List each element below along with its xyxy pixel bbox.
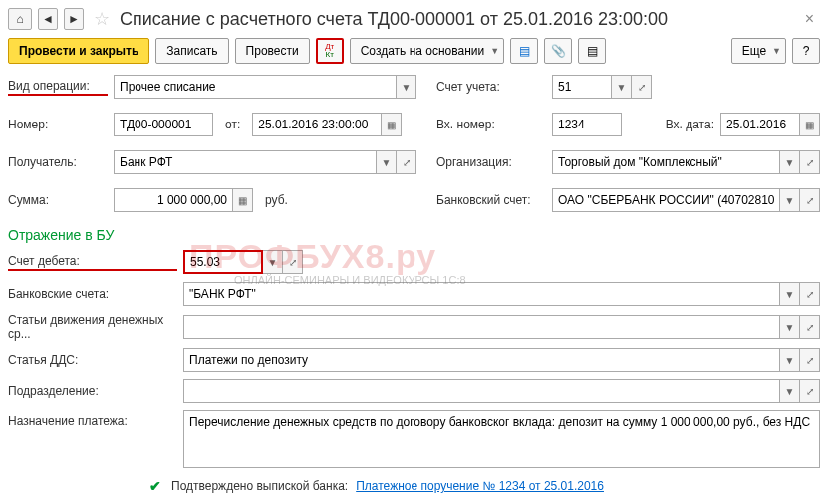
org-label: Организация: bbox=[436, 155, 546, 169]
bu-section-header: Отражение в БУ bbox=[8, 227, 820, 243]
back-button[interactable]: ◄ bbox=[38, 8, 58, 30]
payee-label: Получатель: bbox=[8, 155, 108, 169]
open-button[interactable]: ⤢ bbox=[397, 150, 416, 174]
in-date-label: Вх. дата: bbox=[666, 118, 714, 131]
forward-icon: ► bbox=[68, 12, 80, 26]
payment-order-link[interactable]: Платежное поручение № 1234 от 25.01.2016 bbox=[356, 479, 604, 493]
calc-button[interactable]: ▦ bbox=[233, 188, 253, 212]
dds-input[interactable] bbox=[183, 348, 780, 372]
bank-acc-input[interactable] bbox=[552, 188, 780, 212]
report-icon: ▤ bbox=[519, 44, 530, 58]
list-button[interactable]: ▤ bbox=[578, 38, 606, 64]
dropdown-button[interactable]: ▼ bbox=[780, 315, 800, 339]
account-input[interactable] bbox=[552, 75, 612, 99]
sum-input[interactable] bbox=[114, 188, 233, 212]
number-input[interactable] bbox=[114, 113, 213, 136]
number-label: Номер: bbox=[8, 118, 108, 131]
list-icon: ▤ bbox=[587, 44, 598, 58]
forward-button[interactable]: ► bbox=[64, 8, 84, 30]
dropdown-button[interactable]: ▼ bbox=[612, 75, 632, 99]
open-button[interactable]: ⤢ bbox=[800, 379, 820, 403]
debit-input[interactable] bbox=[183, 250, 263, 274]
account-label: Счет учета: bbox=[436, 80, 546, 94]
dropdown-button[interactable]: ▼ bbox=[780, 188, 800, 212]
org-input[interactable] bbox=[552, 150, 780, 174]
open-button[interactable]: ⤢ bbox=[800, 150, 820, 174]
in-date-input[interactable] bbox=[720, 113, 800, 136]
open-button[interactable]: ⤢ bbox=[800, 348, 820, 372]
dropdown-button[interactable]: ▼ bbox=[377, 150, 397, 174]
dept-input[interactable] bbox=[183, 379, 780, 403]
cash-flow-input[interactable] bbox=[183, 315, 780, 339]
chevron-down-icon: ▼ bbox=[772, 46, 781, 56]
dropdown-button[interactable]: ▼ bbox=[780, 282, 800, 306]
create-based-button[interactable]: Создать на основании ▼ bbox=[350, 38, 504, 64]
dept-label: Подразделение: bbox=[8, 384, 177, 398]
open-button[interactable]: ⤢ bbox=[632, 75, 652, 99]
dt-kt-icon: ДтКт bbox=[325, 43, 334, 59]
dt-kt-button[interactable]: ДтКт bbox=[316, 38, 344, 64]
check-icon[interactable]: ✔ bbox=[147, 478, 163, 494]
back-icon: ◄ bbox=[42, 12, 54, 26]
currency-label: руб. bbox=[265, 193, 288, 207]
cash-flow-label: Статьи движения денежных ср... bbox=[8, 313, 177, 341]
create-based-label: Создать на основании bbox=[361, 44, 485, 58]
help-icon: ? bbox=[803, 44, 810, 58]
post-button[interactable]: Провести bbox=[235, 38, 310, 64]
purpose-label: Назначение платежа: bbox=[8, 410, 177, 428]
attach-button[interactable]: 📎 bbox=[544, 38, 572, 64]
paperclip-icon: 📎 bbox=[551, 44, 566, 58]
chevron-down-icon: ▼ bbox=[490, 46, 499, 56]
op-type-input[interactable] bbox=[114, 75, 397, 99]
op-type-label: Вид операции: bbox=[8, 79, 108, 96]
dropdown-button[interactable]: ▼ bbox=[780, 348, 800, 372]
dropdown-button[interactable]: ▼ bbox=[780, 379, 800, 403]
toolbar: Провести и закрыть Записать Провести ДтК… bbox=[8, 38, 820, 64]
open-button[interactable]: ⤢ bbox=[800, 188, 820, 212]
post-and-close-button[interactable]: Провести и закрыть bbox=[8, 38, 149, 64]
debit-label: Счет дебета: bbox=[8, 254, 177, 271]
home-button[interactable]: ⌂ bbox=[8, 8, 32, 30]
confirmed-label: Подтверждено выпиской банка: bbox=[171, 479, 348, 493]
sum-label: Сумма: bbox=[8, 193, 108, 207]
dropdown-button[interactable]: ▼ bbox=[263, 250, 283, 274]
calendar-button[interactable]: ▦ bbox=[382, 113, 402, 136]
purpose-textarea[interactable] bbox=[183, 410, 820, 468]
more-label: Еще bbox=[742, 44, 766, 58]
home-icon: ⌂ bbox=[16, 12, 23, 26]
in-number-label: Вх. номер: bbox=[436, 118, 546, 131]
payee-input[interactable] bbox=[114, 150, 377, 174]
calendar-button[interactable]: ▦ bbox=[800, 113, 820, 136]
dropdown-button[interactable]: ▼ bbox=[780, 150, 800, 174]
in-number-input[interactable] bbox=[552, 113, 622, 136]
open-button[interactable]: ⤢ bbox=[283, 250, 303, 274]
favorite-star-icon[interactable]: ☆ bbox=[94, 8, 110, 30]
bank-accounts-input[interactable] bbox=[183, 282, 780, 306]
help-button[interactable]: ? bbox=[792, 38, 820, 64]
more-button[interactable]: Еще ▼ bbox=[731, 38, 786, 64]
bank-accounts-label: Банковские счета: bbox=[8, 287, 177, 301]
bank-acc-label: Банковский счет: bbox=[436, 193, 546, 207]
open-button[interactable]: ⤢ bbox=[800, 315, 820, 339]
report-button[interactable]: ▤ bbox=[510, 38, 538, 64]
dds-label: Статья ДДС: bbox=[8, 353, 177, 367]
close-button[interactable]: × bbox=[799, 10, 820, 28]
dropdown-button[interactable]: ▼ bbox=[397, 75, 416, 99]
from-label: от: bbox=[225, 118, 240, 131]
page-title: Списание с расчетного счета ТД00-000001 … bbox=[120, 9, 793, 30]
header-bar: ⌂ ◄ ► ☆ Списание с расчетного счета ТД00… bbox=[8, 8, 820, 30]
date-input[interactable] bbox=[252, 113, 382, 136]
open-button[interactable]: ⤢ bbox=[800, 282, 820, 306]
save-button[interactable]: Записать bbox=[155, 38, 228, 64]
